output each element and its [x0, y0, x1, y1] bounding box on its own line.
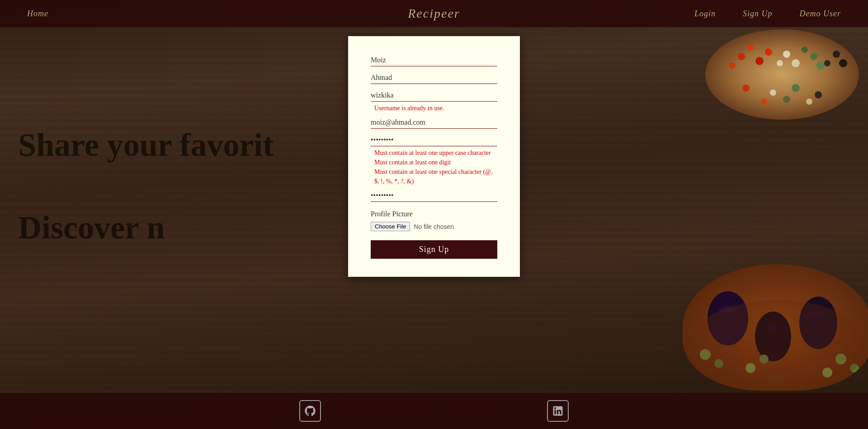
password-error-3: Must contain at least one special charac…	[374, 167, 497, 186]
svg-point-0	[738, 53, 745, 60]
svg-point-2	[755, 57, 764, 65]
background-text: Share your favorit Discover n	[18, 126, 274, 247]
svg-point-17	[815, 91, 822, 98]
username-field: Username is already in use.	[371, 89, 497, 113]
choose-file-button[interactable]: Choose File	[371, 222, 410, 231]
signup-form-card: Username is already in use. Must contain…	[348, 36, 520, 277]
svg-point-7	[777, 60, 783, 66]
svg-point-9	[802, 47, 808, 53]
svg-point-19	[783, 96, 790, 103]
last-name-field	[371, 72, 497, 84]
main-nav: Home Recipeer Login Sign Up Demo User	[27, 9, 841, 19]
svg-point-1	[747, 44, 754, 51]
spice-bowl-bottom	[683, 264, 868, 391]
email-field	[371, 117, 497, 129]
login-link[interactable]: Login	[694, 9, 716, 19]
svg-point-11	[833, 51, 840, 58]
password-error-1: Must contain at least one upper case cha…	[374, 148, 497, 158]
home-link[interactable]: Home	[27, 9, 48, 19]
svg-point-12	[824, 60, 830, 66]
demo-user-link[interactable]: Demo User	[800, 9, 841, 19]
first-name-field	[371, 54, 497, 66]
svg-point-3	[729, 62, 736, 69]
spice-bowl-top	[705, 29, 859, 120]
signup-link[interactable]: Sign Up	[743, 9, 773, 19]
confirm-password-input[interactable]	[371, 190, 497, 202]
password-input[interactable]	[371, 134, 497, 146]
password-errors: Must contain at least one upper case cha…	[374, 148, 497, 186]
email-input[interactable]	[371, 117, 497, 129]
nav-right: Login Sign Up Demo User	[694, 9, 841, 19]
svg-point-14	[742, 84, 750, 92]
bg-text-line2: Discover n	[18, 209, 274, 247]
bg-text-line1: Share your favorit	[18, 126, 274, 164]
svg-point-8	[810, 53, 817, 60]
header: Home Recipeer Login Sign Up Demo User	[0, 0, 868, 27]
linkedin-icon[interactable]	[547, 400, 569, 422]
username-input[interactable]	[371, 89, 497, 102]
profile-picture-section: Profile Picture Choose File No file chos…	[371, 210, 497, 231]
svg-point-34	[687, 300, 868, 391]
password-error-2: Must contain at least one digit	[374, 158, 497, 167]
username-error: Username is already in use.	[374, 103, 497, 113]
github-icon[interactable]	[299, 400, 321, 422]
password-field: Must contain at least one upper case cha…	[371, 134, 497, 186]
file-input-wrapper: Choose File No file chosen	[371, 222, 497, 231]
last-name-input[interactable]	[371, 72, 497, 84]
svg-point-6	[792, 59, 800, 67]
svg-point-13	[839, 59, 847, 67]
svg-point-4	[765, 48, 772, 56]
profile-picture-label: Profile Picture	[371, 210, 497, 218]
confirm-password-field	[371, 190, 497, 202]
footer	[0, 393, 868, 429]
svg-point-10	[816, 61, 825, 70]
no-file-chosen-text: No file chosen	[414, 223, 454, 230]
svg-point-15	[770, 89, 776, 96]
svg-point-16	[792, 84, 800, 92]
first-name-input[interactable]	[371, 54, 497, 66]
svg-point-18	[761, 98, 767, 105]
svg-point-20	[806, 98, 812, 105]
nav-left: Home	[27, 9, 48, 19]
svg-point-5	[783, 51, 790, 58]
brand-title: Recipeer	[408, 6, 460, 21]
sign-up-button[interactable]: Sign Up	[371, 240, 497, 259]
